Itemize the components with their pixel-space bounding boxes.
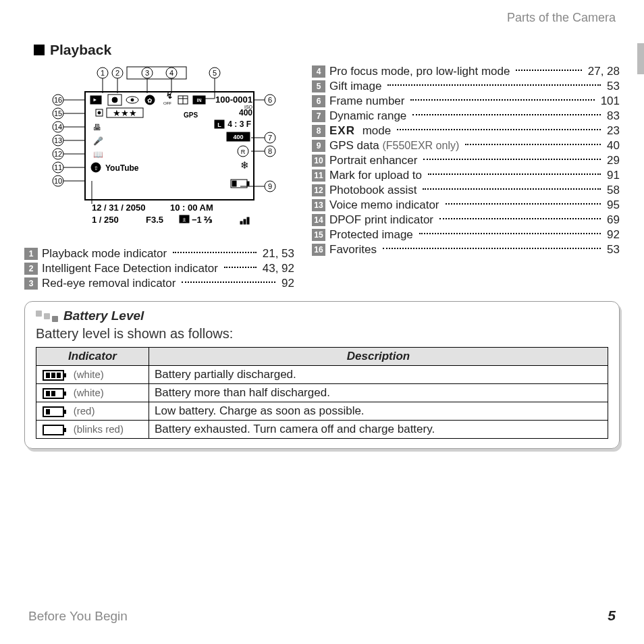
- svg-text:L: L: [217, 122, 221, 128]
- index-number: 15: [312, 229, 325, 241]
- svg-text:★★★: ★★★: [113, 108, 137, 118]
- svg-text:OFF: OFF: [163, 101, 171, 105]
- index-page: 27, 28: [588, 65, 620, 78]
- svg-rect-105: [51, 373, 55, 378]
- svg-text:↯: ↯: [166, 91, 173, 101]
- svg-text:F3.5: F3.5: [146, 215, 163, 225]
- svg-text:YouTube: YouTube: [105, 163, 139, 173]
- battery-subtitle: Battery level is shown as follows:: [36, 326, 608, 342]
- svg-text:13: 13: [54, 136, 62, 144]
- square-bullet-icon: [34, 45, 45, 55]
- battery-title-text: Battery Level: [63, 308, 144, 323]
- index-item: 12Photobook assist58: [312, 184, 620, 197]
- svg-text:400: 400: [239, 108, 252, 117]
- battery-level-panel: Battery Level Battery level is shown as …: [24, 301, 620, 449]
- battery-table: Indicator Description (white)Battery par…: [36, 347, 608, 439]
- svg-rect-106: [57, 373, 61, 378]
- index-number: 13: [312, 199, 325, 211]
- index-item: 3Red-eye removal indicator92: [24, 277, 294, 290]
- index-page: 29: [607, 154, 620, 167]
- index-number: 5: [312, 80, 325, 92]
- footer-left: Before You Begin: [28, 609, 128, 624]
- svg-rect-114: [46, 409, 50, 414]
- svg-text:7: 7: [268, 134, 272, 142]
- svg-rect-108: [63, 392, 66, 396]
- svg-text:9: 9: [268, 182, 272, 190]
- svg-rect-100: [247, 217, 249, 224]
- index-item: 11Mark for upload to91: [312, 169, 620, 182]
- index-page: 43, 92: [263, 262, 294, 275]
- battery-title: Battery Level: [36, 308, 608, 323]
- svg-rect-104: [46, 373, 50, 378]
- index-item: 7Dynamic range83: [312, 109, 620, 123]
- svg-text:14: 14: [54, 123, 62, 131]
- svg-text:🖶: 🖶: [93, 123, 101, 132]
- index-item: 14DPOF print indicator69: [312, 213, 620, 227]
- index-number: 9: [312, 140, 325, 152]
- svg-text:5: 5: [213, 69, 217, 77]
- clover-icon: [36, 313, 58, 319]
- index-number: 7: [312, 110, 325, 122]
- svg-text:❄: ❄: [240, 159, 249, 171]
- index-item: 2Intelligent Face Detection indicator43,…: [24, 262, 294, 275]
- thumb-tab: [637, 43, 644, 74]
- index-page: 95: [607, 198, 620, 212]
- index-item: 6Frame number101: [312, 95, 620, 108]
- svg-rect-118: [63, 428, 66, 432]
- index-item: 13Voice memo indicator95: [312, 198, 620, 212]
- index-number: 6: [312, 95, 325, 107]
- index-item: 5Gift image53: [312, 80, 620, 93]
- col-description: Description: [149, 348, 608, 366]
- svg-rect-109: [46, 391, 50, 396]
- index-number: 16: [312, 244, 325, 256]
- svg-rect-117: [43, 425, 63, 435]
- index-item: 16Favorites53: [312, 243, 620, 257]
- index-list-right: 4Pro focus mode, pro low-light mode27, 2…: [312, 65, 620, 257]
- svg-text:11: 11: [54, 163, 62, 171]
- svg-rect-99: [244, 219, 246, 224]
- svg-text:IN: IN: [197, 98, 202, 103]
- svg-text:16: 16: [54, 96, 62, 104]
- col-indicator: Indicator: [36, 348, 149, 366]
- index-page: 92: [281, 277, 294, 290]
- svg-text:⇧: ⇧: [94, 165, 99, 171]
- svg-text:3: 3: [145, 69, 149, 77]
- svg-rect-103: [63, 373, 66, 377]
- svg-text:4: 4: [169, 69, 173, 77]
- index-number: 1: [24, 248, 38, 260]
- index-page: 91: [607, 169, 620, 182]
- header-right: Parts of the Camera: [507, 11, 616, 25]
- svg-text:10: 10: [54, 177, 62, 185]
- index-list-left: 1Playback mode indicator21, 532Intellige…: [24, 247, 294, 290]
- svg-text:−1 ⅔: −1 ⅔: [192, 215, 213, 225]
- index-number: 4: [312, 65, 325, 78]
- svg-rect-116: [57, 409, 61, 414]
- index-page: 53: [607, 80, 620, 93]
- svg-text:±: ±: [183, 216, 186, 223]
- svg-rect-10: [127, 67, 186, 79]
- svg-text:2: 2: [115, 69, 119, 77]
- svg-text:✿: ✿: [147, 97, 153, 104]
- svg-text:15: 15: [54, 109, 62, 117]
- svg-point-56: [131, 99, 134, 101]
- svg-text:100-0001: 100-0001: [215, 95, 252, 105]
- table-row: (white)Battery more than half discharged…: [36, 384, 608, 402]
- index-number: 12: [312, 184, 325, 196]
- index-page: 40: [607, 139, 620, 153]
- svg-text:1: 1: [101, 69, 105, 77]
- svg-text:4 : 3 F: 4 : 3 F: [227, 119, 251, 129]
- svg-text:10 : 00  AM: 10 : 00 AM: [170, 203, 213, 213]
- svg-text:GPS: GPS: [184, 111, 198, 119]
- svg-rect-98: [240, 221, 242, 224]
- svg-point-54: [112, 97, 117, 103]
- index-page: 21, 53: [263, 247, 294, 261]
- svg-text:12: 12: [54, 150, 62, 158]
- index-page: 101: [601, 95, 620, 108]
- index-number: 8: [312, 125, 325, 137]
- svg-rect-90: [247, 182, 249, 186]
- index-item: 9GPS data (F550EXR only)40: [312, 139, 620, 153]
- svg-point-70: [98, 111, 101, 114]
- index-number: 14: [312, 214, 325, 226]
- index-page: 23: [607, 124, 620, 138]
- section-title-text: Playback: [50, 42, 111, 58]
